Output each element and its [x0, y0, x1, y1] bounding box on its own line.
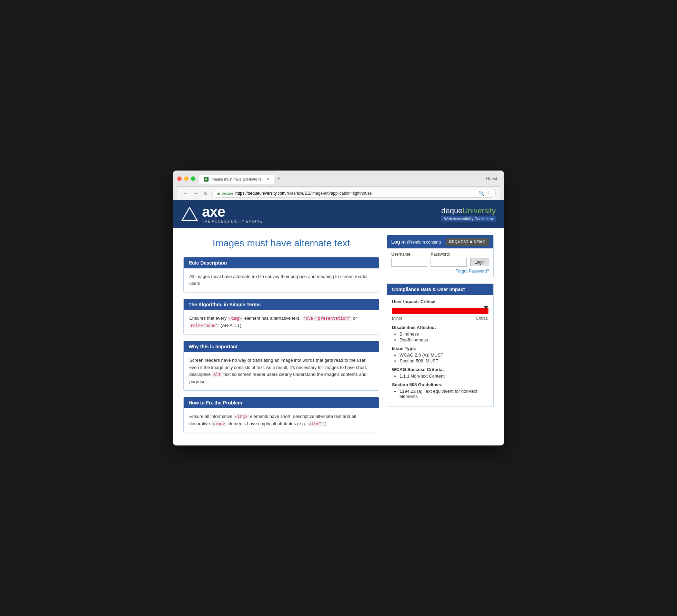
- login-header-text: Log in (Premium content): [391, 239, 441, 245]
- fix-text-1: Ensure all informative: [189, 414, 234, 419]
- url-domain: https://dequeuniversity.com: [235, 191, 285, 196]
- login-fields: Username: Password: Login: [391, 252, 489, 267]
- axe-triangle-icon: [181, 207, 198, 221]
- algorithm-section: The Algorithm, in Simple Terms Ensures t…: [183, 299, 379, 335]
- login-subtitle: (Premium content): [407, 240, 441, 245]
- user-impact-label: User Impact: Critical: [392, 299, 488, 304]
- algorithm-text-3: or: [352, 316, 357, 321]
- back-button[interactable]: ←: [181, 189, 189, 197]
- compliance-header: Compliance Data & User Impact: [387, 284, 493, 295]
- compliance-box: Compliance Data & User Impact User Impac…: [387, 284, 494, 407]
- impact-max-label: Critical: [476, 316, 488, 321]
- lock-icon: [217, 192, 220, 195]
- disabilities-title: Disabilities Affected:: [392, 325, 488, 330]
- list-item: 1194.22 (a) Text equivalent for non-text…: [400, 389, 488, 399]
- menu-icon[interactable]: ⋮: [486, 191, 491, 196]
- deque-university-logo: dequeUniversity Web Accessibility Curric…: [441, 206, 496, 222]
- search-icon[interactable]: 🔍: [478, 191, 484, 196]
- close-window-button[interactable]: [177, 176, 182, 181]
- fix-text-4: ).: [325, 421, 328, 426]
- algorithm-header: The Algorithm, in Simple Terms: [184, 299, 379, 310]
- maximize-window-button[interactable]: [191, 176, 195, 181]
- list-item: Deafblindness: [400, 337, 488, 342]
- svg-rect-0: [218, 193, 220, 195]
- importance-header: Why this is Important: [184, 341, 379, 352]
- importance-section: Why this is Important Screen readers hav…: [183, 341, 379, 391]
- rule-description-header: Rule Description: [184, 257, 379, 268]
- rule-description-text: All images must have alternate text to c…: [189, 274, 368, 286]
- tab-favicon-icon: d: [204, 177, 209, 182]
- website-content: axe THE ACCESSIBILITY ENGINE dequeUniver…: [173, 200, 504, 446]
- username-field-group: Username:: [391, 252, 427, 267]
- wcag-title: WCAG Success Criteria:: [392, 367, 488, 372]
- fix-code-2: <img>: [211, 421, 226, 427]
- refresh-button[interactable]: ↻: [202, 189, 210, 197]
- algorithm-text-1: Ensures that every: [189, 316, 228, 321]
- disabilities-list: Blindness Deafblindness: [400, 331, 488, 342]
- secure-badge: Secure: [217, 191, 233, 195]
- request-demo-button[interactable]: REQUEST A DEMO: [446, 238, 489, 246]
- browser-chrome: d Images must have alternate te... × + G…: [173, 171, 504, 200]
- importance-code-alt: alt: [212, 372, 222, 377]
- main-content: Images must have alternate text Rule Des…: [173, 228, 504, 446]
- fix-section: How to Fix the Problem Ensure all inform…: [183, 397, 379, 433]
- browser-tab[interactable]: d Images must have alternate te... ×: [199, 175, 274, 184]
- rule-description-section: Rule Description All images must have al…: [183, 257, 379, 293]
- deque-curriculum-text: Web Accessibility Curriculum: [441, 216, 496, 222]
- impact-bar-labels: Minor Critical: [392, 316, 488, 321]
- tab-close-icon[interactable]: ×: [267, 177, 269, 181]
- algorithm-text-2: element has alternative text,: [243, 316, 302, 321]
- browser-guest-label: Guest: [486, 176, 497, 181]
- impact-triangle-icon: [484, 306, 488, 309]
- algorithm-code-3: role="none": [189, 323, 219, 328]
- browser-addressbar: ← → ↻ Secure https://dequeuniversity.com…: [177, 186, 500, 200]
- forgot-password-link[interactable]: Forgot Password?: [391, 269, 489, 274]
- login-title: Log in: [391, 239, 406, 245]
- fix-code-3: alt="": [307, 421, 325, 427]
- login-button-group: Login: [470, 252, 489, 267]
- login-header: Log in (Premium content) REQUEST A DEMO: [387, 235, 493, 248]
- fix-body: Ensure all informative <img> elements ha…: [184, 408, 379, 432]
- left-column: Images must have alternate text Rule Des…: [183, 235, 379, 439]
- forward-button[interactable]: →: [192, 189, 199, 197]
- minimize-window-button[interactable]: [184, 176, 189, 181]
- site-header: axe THE ACCESSIBILITY ENGINE dequeUniver…: [173, 200, 504, 228]
- impact-bar: [392, 308, 488, 314]
- issue-type-title: Issue Type:: [392, 346, 488, 351]
- deque-bold: University: [462, 206, 496, 215]
- right-column: Log in (Premium content) REQUEST A DEMO …: [387, 235, 494, 439]
- secure-text: Secure: [221, 191, 233, 195]
- browser-titlebar: d Images must have alternate te... × + G…: [177, 174, 500, 184]
- login-body: Username: Password: Login Forgot P: [387, 248, 493, 278]
- login-button[interactable]: Login: [470, 258, 489, 266]
- fix-header: How to Fix the Problem: [184, 397, 379, 408]
- list-item: WCAG 2.0 (A): MUST: [400, 352, 488, 358]
- axe-logo: axe THE ACCESSIBILITY ENGINE: [181, 205, 262, 223]
- password-input[interactable]: [431, 258, 466, 267]
- tab-title: Images must have alternate te...: [211, 177, 265, 181]
- deque-logo-text: dequeUniversity: [441, 206, 496, 215]
- importance-body: Screen readers have no way of translatin…: [184, 352, 379, 390]
- fix-text-3: elements have empty alt attributes (e.g.: [226, 421, 307, 426]
- axe-subtitle-text: THE ACCESSIBILITY ENGINE: [202, 219, 262, 223]
- deque-brand: deque: [441, 206, 462, 215]
- issue-type-list: WCAG 2.0 (A): MUST Section 508: MUST: [400, 352, 488, 363]
- browser-window: d Images must have alternate te... × + G…: [173, 171, 504, 446]
- axe-wordmark: axe THE ACCESSIBILITY ENGINE: [202, 205, 262, 223]
- new-tab-button[interactable]: +: [274, 174, 284, 184]
- list-item: 1.1.1 Non-text Content: [400, 373, 488, 379]
- algorithm-text-4: (ARIA 1.1).: [219, 323, 242, 328]
- section508-list: 1194.22 (a) Text equivalent for non-text…: [400, 389, 488, 399]
- algorithm-body: Ensures that every <img> element has alt…: [184, 310, 379, 334]
- login-box: Log in (Premium content) REQUEST A DEMO …: [387, 235, 494, 278]
- address-bar[interactable]: Secure https://dequeuniversity.com/rules…: [212, 189, 496, 198]
- username-input[interactable]: [391, 258, 427, 267]
- axe-brand-text: axe: [202, 205, 262, 219]
- window-controls: [177, 176, 195, 181]
- url-path: /rules/axe/2.2/image-alt?application=lig…: [285, 191, 372, 196]
- username-label: Username:: [391, 252, 427, 257]
- page-title: Images must have alternate text: [183, 238, 379, 249]
- section508-title: Section 508 Guidelines:: [392, 382, 488, 387]
- list-item: Section 508: MUST: [400, 358, 488, 363]
- password-field-group: Password:: [431, 252, 466, 267]
